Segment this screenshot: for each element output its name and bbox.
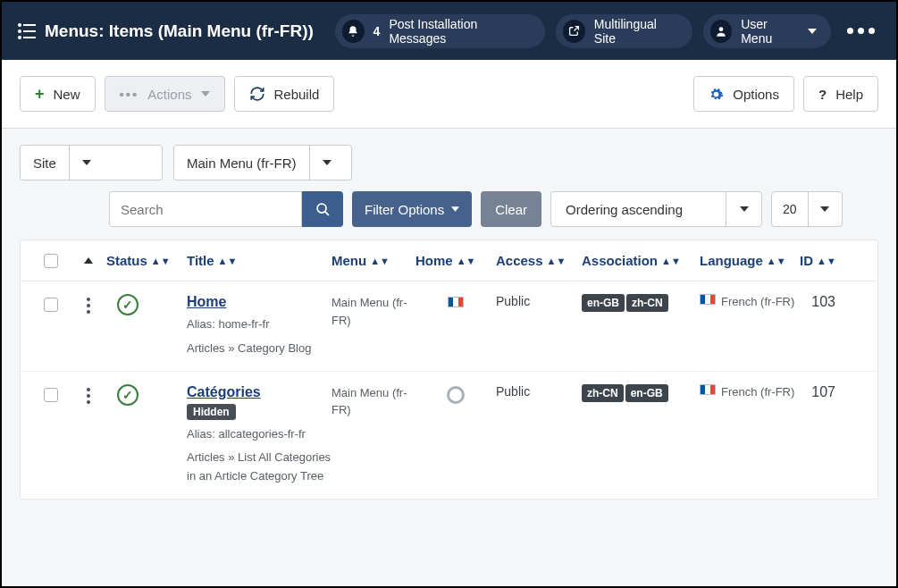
row-title-cell: Home Alias: home-fr-fr Articles » Catego… (187, 294, 332, 358)
user-menu-button[interactable]: User Menu (703, 14, 831, 48)
chevron-down-icon (309, 146, 345, 180)
menu-select[interactable]: Main Menu (fr-FR) (173, 145, 352, 181)
site-link-button[interactable]: Multilingual Site (556, 14, 692, 48)
item-path: Articles » List All Categories in an Art… (187, 449, 332, 486)
help-button-label: Help (835, 87, 863, 102)
page-title-group: Menus: Items (Main Menu (fr-FR)) (18, 21, 314, 41)
options-button[interactable]: Options (693, 76, 794, 112)
clear-button[interactable]: Clear (481, 191, 541, 227)
row-checkbox[interactable] (31, 294, 71, 312)
ordering-select-label: Ordering ascending (551, 202, 726, 217)
table-row: ✓ Home Alias: home-fr-fr Articles » Cate… (21, 281, 877, 372)
dots-icon: ••• (120, 87, 139, 102)
svg-point-4 (18, 36, 21, 39)
plus-icon: + (35, 85, 45, 104)
menu-column-header[interactable]: Menu▲▼ (332, 253, 415, 268)
svg-rect-3 (23, 30, 36, 32)
filter-row-selects: Site Main Menu (fr-FR) (20, 145, 878, 181)
association-badge[interactable]: en-GB (625, 384, 668, 402)
new-button[interactable]: + New (20, 76, 96, 112)
flag-fr-icon (700, 384, 716, 395)
items-table: Status▲▼ Title▲▼ Menu▲▼ Home▲▼ Access▲▼ … (20, 239, 878, 500)
language-column-header[interactable]: Language▲▼ (700, 253, 800, 268)
ordering-select[interactable]: Ordering ascending (550, 191, 762, 227)
post-install-messages-button[interactable]: 4 Post Installation Messages (335, 14, 545, 48)
svg-rect-5 (23, 37, 36, 38)
notification-label: Post Installation Messages (389, 17, 531, 46)
svg-point-6 (719, 27, 724, 31)
hidden-badge: Hidden (187, 404, 236, 420)
reload-icon (249, 86, 265, 102)
flag-fr-icon[interactable] (448, 297, 464, 307)
options-button-label: Options (733, 87, 779, 102)
item-title-link[interactable]: Catégories (187, 384, 261, 399)
content-area: Site Main Menu (fr-FR) Filter Options (2, 129, 896, 586)
actions-button[interactable]: ••• Actions (105, 76, 225, 112)
row-order-handle[interactable] (71, 384, 106, 404)
menu-toggle-icon[interactable] (18, 23, 36, 39)
svg-point-7 (317, 204, 326, 213)
access-column-header[interactable]: Access▲▼ (496, 253, 582, 268)
association-column-header[interactable]: Association▲▼ (582, 253, 700, 268)
table-row: ✓ Catégories Hidden Alias: allcategories… (21, 372, 877, 499)
svg-rect-1 (23, 24, 36, 26)
id-column-header[interactable]: ID▲▼ (800, 253, 835, 268)
row-access: Public (496, 294, 582, 308)
svg-point-0 (18, 23, 21, 27)
filter-row-search: Filter Options Clear Ordering ascending … (20, 191, 878, 227)
association-badge[interactable]: zh-CN (582, 384, 624, 402)
item-title-link[interactable]: Home (187, 294, 226, 309)
row-associations: en-GBzh-CN (582, 294, 700, 312)
select-all-checkbox[interactable] (31, 254, 71, 268)
site-link-label: Multilingual Site (594, 17, 678, 46)
association-badge[interactable]: zh-CN (626, 294, 668, 312)
page-title: Menus: Items (Main Menu (fr-FR)) (45, 21, 314, 41)
search-input[interactable] (109, 191, 302, 227)
rebuild-button[interactable]: Rebuild (234, 76, 335, 112)
question-icon: ? (818, 87, 827, 102)
row-home (415, 294, 496, 308)
row-associations: zh-CNen-GB (582, 384, 700, 402)
chevron-down-icon (451, 206, 459, 212)
help-button[interactable]: ? Help (803, 76, 878, 112)
flag-fr-icon (700, 294, 716, 305)
row-status[interactable]: ✓ (106, 294, 187, 315)
row-access: Public (496, 384, 582, 399)
row-checkbox[interactable] (31, 384, 71, 402)
published-icon: ✓ (117, 294, 138, 315)
row-order-handle[interactable] (71, 294, 106, 314)
association-badge[interactable]: en-GB (582, 294, 625, 312)
status-column-header[interactable]: Status▲▼ (106, 253, 187, 268)
item-alias: Alias: allcategories-fr-fr (187, 425, 332, 444)
external-link-icon (563, 20, 585, 43)
row-status[interactable]: ✓ (106, 384, 187, 406)
user-menu-label: User Menu (741, 17, 799, 46)
home-radio[interactable] (447, 386, 465, 404)
more-menu-button[interactable] (842, 28, 880, 34)
title-column-header[interactable]: Title▲▼ (187, 253, 332, 268)
home-column-header[interactable]: Home▲▼ (415, 253, 496, 268)
chevron-down-icon (808, 192, 842, 226)
chevron-down-icon (808, 29, 817, 34)
search-icon (315, 202, 331, 217)
bell-icon (342, 20, 365, 43)
client-select-label: Site (21, 155, 69, 171)
svg-point-2 (18, 29, 21, 33)
search-button[interactable] (302, 191, 343, 227)
client-select[interactable]: Site (20, 145, 163, 181)
svg-line-8 (324, 211, 328, 214)
top-bar: Menus: Items (Main Menu (fr-FR)) 4 Post … (2, 2, 896, 60)
chevron-down-icon (201, 91, 210, 97)
page-size-select[interactable]: 20 (771, 191, 843, 227)
row-menu: Main Menu (fr-FR) (332, 384, 415, 419)
chevron-down-icon (726, 192, 761, 226)
filter-options-button[interactable]: Filter Options (352, 191, 472, 227)
row-menu: Main Menu (fr-FR) (332, 294, 415, 329)
search-group (109, 191, 343, 227)
filter-options-label: Filter Options (365, 202, 444, 217)
row-language: French (fr-FR) (700, 294, 800, 310)
rebuild-button-label: Rebuild (274, 87, 320, 102)
item-path: Articles » Category Blog (187, 340, 332, 358)
ordering-column-header[interactable] (71, 257, 106, 264)
item-alias: Alias: home-fr-fr (187, 315, 332, 334)
